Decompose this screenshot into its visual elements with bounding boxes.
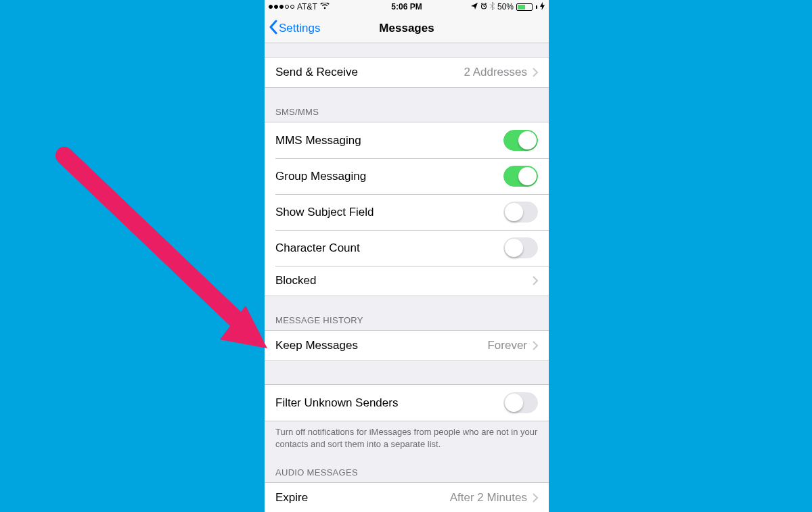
svg-marker-6 bbox=[220, 306, 267, 348]
chevron-right-icon bbox=[533, 68, 538, 77]
show-subject-label: Show Subject Field bbox=[275, 206, 503, 219]
navbar: Settings Messages bbox=[265, 14, 549, 43]
section-history: Keep Messages Forever bbox=[265, 330, 549, 361]
keep-messages-row[interactable]: Keep Messages Forever bbox=[265, 331, 549, 360]
svg-line-5 bbox=[64, 156, 240, 323]
section-top: Send & Receive 2 Addresses bbox=[265, 57, 549, 88]
audio-section-header: AUDIO MESSAGES bbox=[265, 455, 549, 482]
expire-detail: After 2 Minutes bbox=[450, 491, 527, 505]
blocked-label: Blocked bbox=[275, 274, 533, 287]
filter-section-footer: Turn off notifications for iMessages fro… bbox=[265, 421, 549, 455]
battery-icon bbox=[516, 3, 533, 11]
filter-unknown-row[interactable]: Filter Unknown Senders bbox=[265, 385, 549, 421]
mms-messaging-row[interactable]: MMS Messaging bbox=[265, 122, 549, 158]
expire-label: Expire bbox=[275, 491, 450, 505]
annotation-arrow-icon bbox=[51, 142, 281, 358]
group-messaging-toggle[interactable] bbox=[503, 166, 538, 187]
history-section-header: MESSAGE HISTORY bbox=[265, 296, 549, 330]
mms-messaging-toggle[interactable] bbox=[503, 130, 538, 151]
character-count-toggle[interactable] bbox=[503, 237, 538, 258]
section-audio: Expire After 2 Minutes Raise to Listen bbox=[265, 482, 549, 512]
chevron-right-icon bbox=[533, 341, 538, 350]
section-filter: Filter Unknown Senders bbox=[265, 384, 549, 421]
send-receive-label: Send & Receive bbox=[275, 66, 464, 79]
group-messaging-row[interactable]: Group Messaging bbox=[265, 158, 549, 194]
keep-messages-label: Keep Messages bbox=[275, 339, 487, 352]
chevron-right-icon bbox=[533, 276, 538, 285]
statusbar-time: 5:06 PM bbox=[265, 2, 549, 11]
group-messaging-label: Group Messaging bbox=[275, 170, 503, 183]
send-receive-row[interactable]: Send & Receive 2 Addresses bbox=[265, 57, 549, 87]
character-count-label: Character Count bbox=[275, 241, 503, 255]
keep-messages-detail: Forever bbox=[487, 339, 527, 352]
blocked-row[interactable]: Blocked bbox=[265, 266, 549, 296]
section-sms: MMS Messaging Group Messaging Show Subje… bbox=[265, 122, 549, 296]
chevron-right-icon bbox=[533, 493, 538, 503]
filter-unknown-toggle[interactable] bbox=[503, 392, 538, 413]
mms-messaging-label: MMS Messaging bbox=[275, 134, 503, 147]
send-receive-detail: 2 Addresses bbox=[464, 66, 527, 79]
page-title: Messages bbox=[265, 22, 549, 35]
show-subject-row[interactable]: Show Subject Field bbox=[265, 194, 549, 230]
character-count-row[interactable]: Character Count bbox=[265, 230, 549, 266]
sms-section-header: SMS/MMS bbox=[265, 88, 549, 122]
phone-screen: AT&T 5:06 PM 50% Settings Messages bbox=[265, 0, 549, 512]
expire-row[interactable]: Expire After 2 Minutes bbox=[265, 483, 549, 512]
filter-unknown-label: Filter Unknown Senders bbox=[275, 396, 503, 410]
statusbar: AT&T 5:06 PM 50% bbox=[265, 0, 549, 14]
show-subject-toggle[interactable] bbox=[503, 202, 538, 223]
